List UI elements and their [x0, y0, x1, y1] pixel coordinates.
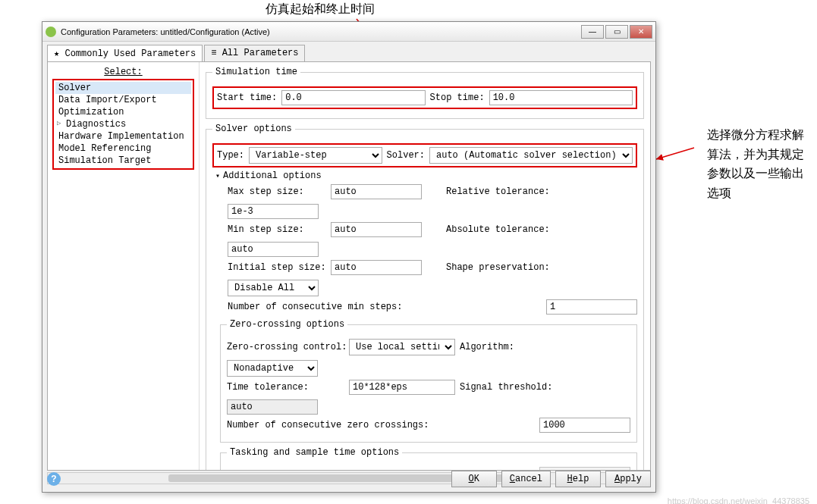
annotation-right: 选择微分方程求解算法，并为其规定参数以及一些输出选项	[707, 125, 813, 202]
sidebar: Select: Solver Data Import/Export Optimi…	[48, 62, 200, 470]
minimize-button[interactable]: —	[581, 25, 604, 39]
close-button[interactable]: ✕	[630, 25, 652, 39]
dialog-window: Configuration Parameters: untitled/Confi…	[42, 21, 656, 493]
tab-all[interactable]: ≡ All Parameters	[204, 45, 305, 61]
start-time-label: Start time:	[217, 92, 277, 103]
abs-tol-label: Absolute tolerance:	[446, 224, 548, 235]
titlebar: Configuration Parameters: untitled/Confi…	[42, 22, 655, 42]
zc-control-label: Zero-crossing control:	[227, 342, 344, 352]
type-label: Type:	[217, 150, 244, 161]
sim-time-legend: Simulation time	[212, 67, 300, 77]
init-step-input[interactable]	[331, 260, 422, 275]
app-icon	[46, 27, 56, 37]
zc-algo-label: Algorithm:	[460, 342, 551, 352]
cons-min-input[interactable]	[546, 299, 637, 315]
sim-time-row: Start time: Stop time:	[212, 86, 637, 109]
init-step-label: Initial step size:	[228, 262, 326, 273]
window-title: Configuration Parameters: untitled/Confi…	[61, 27, 270, 36]
tab-bar: ★ Commonly Used Parameters ≡ All Paramet…	[42, 42, 655, 61]
stop-time-label: Stop time:	[430, 92, 485, 103]
main-panel: Simulation time Start time: Stop time: S…	[200, 62, 650, 470]
watermark: https://blog.csdn.net/weixin_44378835	[668, 496, 809, 504]
zc-algo-select[interactable]: Nonadaptive	[227, 360, 318, 377]
svg-line-1	[656, 148, 694, 159]
sidebar-item-sim-target[interactable]: Simulation Target	[55, 155, 191, 167]
sidebar-item-hardware[interactable]: Hardware Implementation	[55, 130, 191, 142]
cancel-button[interactable]: Cancel	[501, 471, 551, 487]
sidebar-header: Select:	[52, 67, 194, 77]
sidebar-item-solver[interactable]: Solver	[55, 82, 191, 94]
stop-time-input[interactable]	[489, 90, 633, 105]
simulation-time-group: Simulation time Start time: Stop time:	[206, 67, 644, 119]
zc-sigthr-label: Signal threshold:	[460, 382, 551, 393]
rel-tol-label: Relative tolerance:	[446, 186, 548, 197]
type-select[interactable]: Variable-step	[249, 147, 382, 164]
help-icon[interactable]: ?	[47, 472, 61, 486]
min-step-input[interactable]	[331, 222, 422, 237]
zc-sigthr-input	[227, 399, 318, 415]
tasking-mode-select: Auto	[539, 467, 630, 470]
sidebar-item-model-ref[interactable]: Model Referencing	[55, 142, 191, 155]
min-step-label: Min step size:	[228, 224, 326, 235]
solver-options-group: Solver options Type: Variable-step Solve…	[206, 124, 644, 470]
zc-cons-zero-label: Number of consecutive zero crossings:	[227, 420, 429, 430]
solver-opts-legend: Solver options	[212, 124, 295, 134]
maximize-button[interactable]: ▭	[605, 25, 628, 39]
rel-tol-input[interactable]	[228, 204, 319, 219]
abs-tol-input[interactable]	[228, 242, 319, 257]
start-time-input[interactable]	[281, 90, 425, 105]
help-button[interactable]: Help	[555, 471, 601, 487]
cons-min-label: Number of consecutive min steps:	[228, 302, 402, 312]
annotation-top: 仿真起始和终止时间	[266, 2, 375, 17]
tasking-group: Tasking and sample time options Tasking …	[220, 447, 637, 470]
sidebar-item-optimization[interactable]: Optimization	[55, 106, 191, 118]
sidebar-list: Solver Data Import/Export Optimization D…	[52, 79, 194, 170]
sidebar-item-diagnostics[interactable]: Diagnostics	[55, 118, 191, 130]
zc-cons-zero-input[interactable]	[539, 418, 630, 433]
ok-button[interactable]: OK	[451, 471, 497, 487]
sidebar-item-data-import[interactable]: Data Import/Export	[55, 94, 191, 106]
zero-cross-legend: Zero-crossing options	[227, 319, 347, 330]
shape-select[interactable]: Disable All	[228, 280, 319, 296]
tasking-legend: Tasking and sample time options	[227, 447, 402, 458]
apply-button[interactable]: Apply	[605, 471, 651, 487]
max-step-label: Max step size:	[228, 186, 326, 197]
solver-select[interactable]: auto (Automatic solver selection)	[429, 147, 633, 164]
solver-type-row: Type: Variable-step Solver: auto (Automa…	[212, 143, 637, 167]
zero-crossing-group: Zero-crossing options Zero-crossing cont…	[220, 319, 637, 443]
solver-label: Solver:	[387, 150, 425, 161]
footer: ? OK Cancel Help Apply	[47, 471, 651, 487]
max-step-input[interactable]	[331, 184, 422, 199]
zc-timetol-label: Time tolerance:	[227, 382, 344, 393]
additional-options-toggle[interactable]: Additional options	[215, 171, 637, 181]
tab-common[interactable]: ★ Commonly Used Parameters	[47, 45, 203, 61]
zc-control-select[interactable]: Use local settings	[349, 339, 455, 355]
zc-timetol-input[interactable]	[349, 380, 455, 395]
shape-label: Shape preservation:	[446, 262, 548, 273]
